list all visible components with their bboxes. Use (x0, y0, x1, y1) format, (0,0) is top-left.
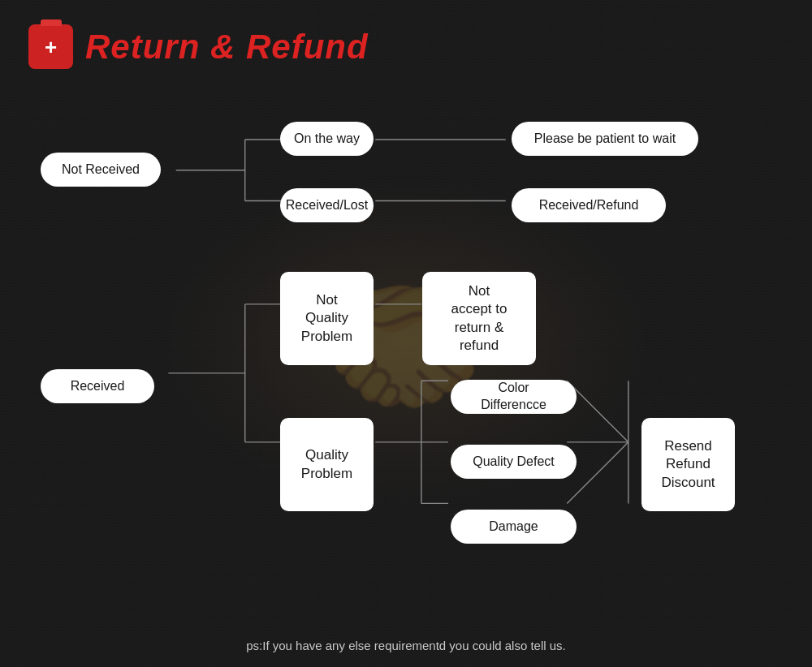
node-received: Received (41, 369, 154, 403)
svg-line-16 (567, 381, 628, 442)
node-not-received: Not Received (41, 153, 161, 187)
flow-diagram: Not Received On the way Please be patien… (24, 97, 788, 618)
node-resend-refund-discount: Resend Refund Discount (641, 418, 735, 511)
node-not-quality-problem: Not Quality Problem (280, 272, 374, 365)
node-received-refund: Received/Refund (512, 188, 666, 222)
node-quality-problem: Quality Problem (280, 418, 374, 511)
svg-line-18 (567, 442, 628, 504)
page-title: Return & Refund (85, 28, 369, 67)
package-icon (28, 24, 73, 69)
node-quality-defect: Quality Defect (451, 445, 577, 479)
node-received-lost: Received/Lost (280, 188, 374, 222)
footer-note: ps:If you have any else requirementd you… (0, 639, 812, 652)
node-damage: Damage (451, 510, 577, 544)
node-not-accept: Not accept to return & refund (422, 272, 536, 365)
page-container: Return & Refund (0, 0, 812, 667)
node-on-the-way: On the way (280, 122, 374, 156)
header-section: Return & Refund (0, 0, 812, 85)
footer-text: ps:If you have any else requirementd you… (246, 639, 566, 652)
node-please-wait: Please be patient to wait (512, 122, 698, 156)
node-color-difference: Color Differencce (451, 380, 577, 414)
